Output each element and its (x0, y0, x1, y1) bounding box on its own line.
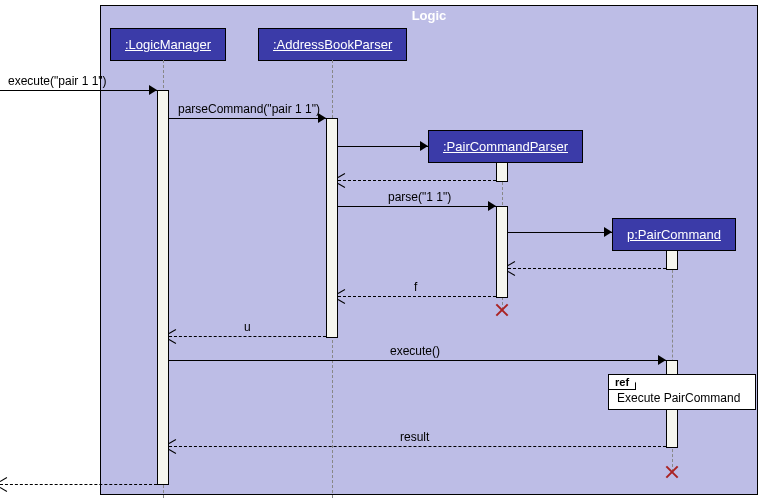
lifeline-label: :PairCommandParser (443, 139, 568, 154)
activation-lm (157, 90, 169, 485)
arrow-return-f (338, 296, 496, 297)
arrow-create-pc (508, 232, 612, 233)
arrowhead-parse (488, 201, 496, 211)
arrow-execute-in (0, 90, 157, 91)
msg-return-u: u (244, 320, 251, 334)
destroy-pc (664, 464, 680, 480)
activation-pcp-2 (496, 206, 508, 298)
lifeline-paircommandparser: :PairCommandParser (428, 130, 583, 163)
lifeline-logicmanager: :LogicManager (110, 28, 226, 61)
lifeline-label: :LogicManager (125, 37, 211, 52)
msg-return-f: f (414, 280, 417, 294)
arrowhead-execute-in (149, 85, 157, 95)
lifeline-label: :AddressBookParser (273, 37, 392, 52)
activation-pcp-1 (496, 162, 508, 182)
lifeline-paircommand: p:PairCommand (612, 218, 736, 251)
arrowhead-create-pc (604, 227, 612, 237)
arrowhead-execute (658, 355, 666, 365)
arrow-return-create-pcp (338, 180, 496, 181)
ref-text: Execute PairCommand (617, 391, 740, 405)
arrow-return-result (169, 446, 666, 447)
arrow-create-pcp (338, 146, 428, 147)
activation-abp (326, 118, 338, 338)
msg-execute: execute() (390, 344, 440, 358)
arrow-parse (338, 206, 496, 207)
arrow-return-u (169, 336, 326, 337)
arrow-parsecommand (169, 118, 326, 119)
ref-tag: ref (609, 375, 636, 390)
msg-parsecommand: parseCommand("pair 1 1") (178, 102, 320, 116)
arrow-return-create-pc (508, 268, 666, 269)
destroy-pcp (494, 302, 510, 318)
msg-return-result: result (400, 430, 429, 444)
ref-fragment: ref Execute PairCommand (608, 374, 756, 410)
arrow-execute (169, 360, 666, 361)
msg-execute-in: execute("pair 1 1") (8, 74, 107, 88)
activation-pc-1 (666, 250, 678, 270)
lifeline-addressbookparser: :AddressBookParser (258, 28, 407, 61)
msg-parse: parse("1 1") (388, 190, 451, 204)
arrowhead-create-pcp (420, 141, 428, 151)
frame-title: Logic (406, 6, 453, 25)
arrow-return-out (0, 484, 157, 485)
lifeline-label: p:PairCommand (627, 227, 721, 242)
